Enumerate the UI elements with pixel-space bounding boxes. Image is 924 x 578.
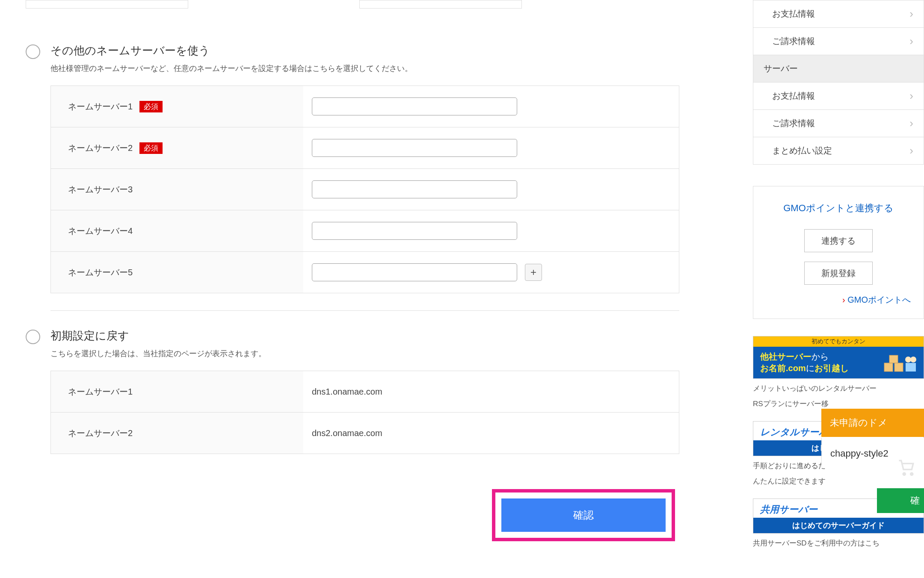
sidebar-item-payment-1[interactable]: お支払情報 › (753, 0, 924, 27)
other-ns-title: その他のネームサーバーを使う (50, 43, 210, 58)
floating-confirm-green[interactable]: 確 (877, 488, 924, 513)
ns4-input[interactable] (312, 222, 517, 240)
sidebar-item-billing-1[interactable]: ご請求情報 › (753, 27, 924, 55)
svg-point-3 (905, 357, 911, 363)
svg-rect-1 (894, 363, 903, 372)
sidebar-item-billing-2[interactable]: ご請求情報 › (753, 109, 924, 137)
svg-point-6 (903, 473, 905, 475)
gmo-register-button[interactable]: 新規登録 (804, 262, 873, 285)
radio-reset-ns[interactable] (26, 330, 40, 344)
ns2-label-cell: ネームサーバー2 必須 (51, 127, 303, 168)
svg-point-7 (911, 473, 913, 475)
ns-row-5: ネームサーバー5 + (51, 252, 679, 293)
gmo-point-link[interactable]: GMOポイントへ (766, 294, 911, 306)
reset-ns1-value: dns1.onamae.com (303, 387, 679, 397)
banner3-caption: 共用サーバーSDをご利用中の方はこち (753, 538, 924, 549)
reset-ns-row-2: ネームサーバー2 dns2.onamae.com (51, 413, 679, 454)
svg-rect-0 (884, 363, 893, 372)
other-ns-desc: 他社様管理のネームサーバーなど、任意のネームサーバーを設定する場合はこちらを選択… (50, 63, 710, 74)
banner3-subtitle: はじめてのサーバーガイド (753, 518, 924, 533)
reset-ns-desc: こちらを選択した場合は、当社指定のページが表示されます。 (50, 348, 710, 359)
floating-domain-text: chappy-style2 (830, 448, 888, 459)
svg-rect-5 (906, 363, 916, 372)
svg-rect-2 (889, 355, 898, 363)
floating-orange-text: 未申請のドメ (830, 417, 888, 428)
confirm-button-label: 確認 (573, 508, 594, 522)
reset-ns-title: 初期設定に戻す (50, 328, 129, 343)
other-nameserver-section: その他のネームサーバーを使う 他社様管理のネームサーバーなど、任意のネームサーバ… (26, 43, 710, 293)
sidebar-header-label: サーバー (764, 63, 798, 74)
ns5-input[interactable] (312, 263, 517, 281)
floating-green-text: 確 (910, 494, 920, 507)
reset-ns-row-1: ネームサーバー1 dns1.onamae.com (51, 371, 679, 413)
ns3-input[interactable] (312, 180, 517, 198)
add-ns-button[interactable]: + (525, 264, 542, 281)
sidebar-item-label: まとめ払い設定 (772, 145, 832, 156)
sidebar-item-label: ご請求情報 (772, 118, 815, 129)
plus-icon: + (530, 266, 536, 278)
chevron-right-icon: › (909, 89, 913, 103)
ns4-label: ネームサーバー4 (68, 225, 133, 237)
ns-row-1: ネームサーバー1 必須 (51, 86, 679, 127)
chevron-right-icon: › (909, 7, 913, 21)
reset-ns-table: ネームサーバー1 dns1.onamae.com ネームサーバー2 dns2.o… (50, 371, 679, 454)
sidebar-item-label: ご請求情報 (772, 35, 815, 47)
banner1-caption-1: メリットいっぱいのレンタルサーバー (753, 383, 924, 394)
ns2-input[interactable] (312, 139, 517, 157)
banner1-badge: 初めてでもカンタン (753, 336, 924, 347)
reset-ns2-value: dns2.onamae.com (303, 428, 679, 438)
sidebar-nav: お支払情報 › ご請求情報 › サーバー お支払情報 › ご請求情報 › まとめ… (753, 0, 924, 165)
sidebar-item-label: お支払情報 (772, 90, 815, 102)
reset-ns-radio-row[interactable]: 初期設定に戻す (26, 328, 710, 344)
ns-row-2: ネームサーバー2 必須 (51, 127, 679, 169)
gmo-point-box: GMOポイントと連携する 連携する 新規登録 GMOポイントへ (753, 186, 924, 319)
other-ns-table: ネームサーバー1 必須 ネームサーバー2 必須 ネームサーバー3 (50, 86, 679, 293)
radio-other-ns[interactable] (26, 44, 40, 59)
ns4-value-cell (303, 222, 679, 240)
chevron-right-icon: › (909, 35, 913, 48)
chevron-right-icon: › (909, 117, 913, 130)
ns1-label-cell: ネームサーバー1 必須 (51, 86, 303, 127)
confirm-button[interactable]: 確認 (501, 498, 666, 532)
sidebar-item-payment-2[interactable]: お支払情報 › (753, 82, 924, 109)
boxes-illustration-icon (882, 352, 917, 373)
gmo-link-button[interactable]: 連携する (804, 229, 873, 252)
reset-ns1-label: ネームサーバー1 (68, 386, 133, 398)
reset-ns2-label-cell: ネームサーバー2 (51, 413, 303, 454)
ns5-label: ネームサーバー5 (68, 267, 133, 278)
required-badge: 必須 (139, 101, 163, 112)
other-ns-radio-row[interactable]: その他のネームサーバーを使う (26, 43, 710, 59)
tab-3-fragment[interactable] (359, 0, 522, 9)
required-badge: 必須 (139, 142, 163, 154)
ns5-value-cell: + (303, 263, 679, 281)
banner1-body: 他社サーバーから お名前.comにお引越し (753, 347, 924, 378)
floating-notice-orange[interactable]: 未申請のドメ (821, 409, 924, 437)
tab-1-fragment[interactable] (26, 0, 188, 9)
ns1-label: ネームサーバー1 (68, 101, 133, 112)
tabs-row (26, 0, 710, 9)
main-content: その他のネームサーバーを使う 他社様管理のネームサーバーなど、任意のネームサーバ… (26, 0, 710, 471)
ns1-input[interactable] (312, 97, 517, 115)
cart-icon (897, 458, 915, 481)
tab-2-fragment[interactable] (192, 0, 355, 9)
ns-row-4: ネームサーバー4 (51, 210, 679, 252)
ns3-label-cell: ネームサーバー3 (51, 169, 303, 210)
banner-migration[interactable]: 初めてでもカンタン 他社サーバーから お名前.comにお引越し メリットいっぱい… (753, 336, 924, 409)
reset-ns1-label-cell: ネームサーバー1 (51, 371, 303, 412)
section-divider (50, 310, 679, 311)
reset-ns-section: 初期設定に戻す こちらを選択した場合は、当社指定のページが表示されます。 ネーム… (26, 328, 710, 454)
ns1-value-cell (303, 97, 679, 115)
floating-cart-panel[interactable]: chappy-style2 (821, 438, 924, 467)
ns3-label: ネームサーバー3 (68, 184, 133, 195)
sidebar-item-label: お支払情報 (772, 8, 815, 20)
sidebar-item-batch-payment[interactable]: まとめ払い設定 › (753, 137, 924, 164)
ns5-label-cell: ネームサーバー5 (51, 252, 303, 293)
ns-row-3: ネームサーバー3 (51, 169, 679, 210)
ns2-value-cell (303, 139, 679, 157)
chevron-right-icon: › (909, 144, 913, 157)
ns4-label-cell: ネームサーバー4 (51, 210, 303, 251)
svg-point-4 (910, 357, 916, 363)
reset-ns2-label: ネームサーバー2 (68, 428, 133, 439)
banner1-caption-2: RSプランにサーバー移 (753, 398, 924, 410)
gmo-title: GMOポイントと連携する (766, 202, 911, 215)
